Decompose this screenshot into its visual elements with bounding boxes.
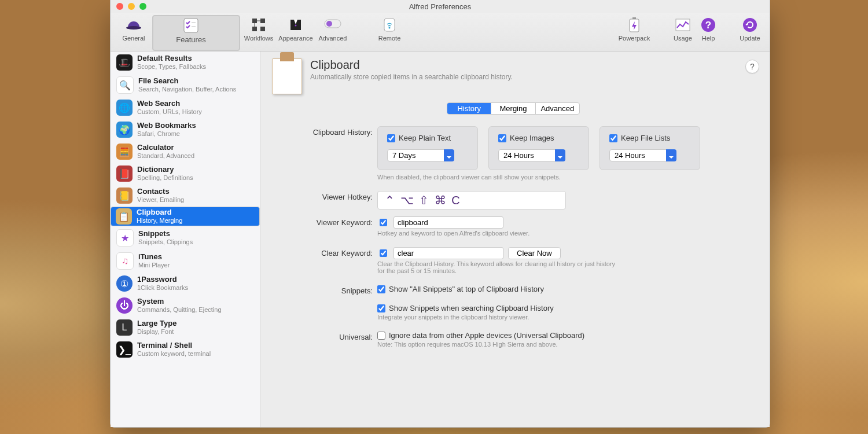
- terminal-icon: ❯_: [116, 341, 133, 358]
- sidebar-item-sub: 1Click Bookmarks: [137, 284, 188, 292]
- help-icon: ?: [700, 16, 717, 34]
- tab-history[interactable]: History: [447, 103, 491, 114]
- settings-form: Clipboard History: Keep Plain Text 7 Day…: [287, 126, 755, 355]
- sidebar-item-title: Contacts: [137, 187, 184, 196]
- label-viewer-hotkey: Viewer Hotkey:: [287, 191, 377, 201]
- sidebar-item-title: Clipboard: [137, 208, 182, 217]
- label-clear-keyword: Clear Keyword:: [287, 247, 377, 258]
- sidebar-item-large-type[interactable]: LLarge TypeDisplay, Font: [111, 317, 260, 339]
- svg-rect-16: [632, 17, 636, 19]
- page-subtitle: Automatically store copied items in a se…: [310, 73, 513, 81]
- hat-icon: 🎩: [116, 54, 133, 71]
- svg-point-14: [389, 27, 391, 29]
- svg-rect-17: [676, 19, 690, 31]
- viewer-hotkey-field[interactable]: ⌃ ⌥ ⇧ ⌘ C: [377, 191, 566, 209]
- svg-rect-4: [252, 19, 257, 23]
- snippets-hint: Integrate your snippets in the clipboard…: [377, 314, 755, 321]
- sidebar-item-sub: Viewer, Emailing: [137, 196, 184, 204]
- large-type-icon: L: [116, 319, 133, 336]
- toolbar-help[interactable]: ? Help: [697, 15, 720, 49]
- toolbar-remote[interactable]: Remote: [371, 15, 408, 49]
- file-lists-duration-select[interactable]: 24 Hours: [609, 149, 676, 161]
- viewer-keyword-enable-checkbox[interactable]: [380, 219, 387, 226]
- toolbar-general[interactable]: General: [115, 15, 152, 49]
- sidebar-item-system[interactable]: ⏻SystemCommands, Quitting, Ejecting: [111, 295, 260, 317]
- sidebar-item-snippets[interactable]: ★SnippetsSnippets, Clippings: [111, 226, 260, 249]
- plain-text-duration-select[interactable]: 7 Days: [387, 149, 454, 161]
- toolbar: General Features Workflows Appearance Ad…: [111, 13, 770, 52]
- help-button[interactable]: ?: [745, 60, 759, 73]
- sidebar-item-contacts[interactable]: 📒ContactsViewer, Emailing: [111, 185, 260, 207]
- toolbar-label: Features: [176, 35, 205, 44]
- sidebar-item-title: Dictionary: [137, 165, 193, 174]
- sidebar-item-sub: Display, Font: [137, 328, 176, 336]
- snippets-show-all-checkbox[interactable]: Show "All Snippets" at top of Clipboard …: [377, 285, 755, 293]
- sidebar-item-default-results[interactable]: 🎩Default ResultsScope, Types, Fallbacks: [111, 52, 260, 73]
- label-snippets: Snippets:: [287, 285, 377, 295]
- sidebar-item-web-bookmarks[interactable]: 🌍Web BookmarksSafari, Chrome: [111, 119, 260, 141]
- toolbar-label: Powerpack: [619, 35, 650, 42]
- sidebar-item-clipboard[interactable]: 📋ClipboardHistory, Merging: [111, 207, 260, 226]
- battery-icon: [626, 16, 643, 34]
- sidebar-item-title: iTunes: [138, 253, 170, 262]
- contacts-icon: 📒: [116, 187, 133, 204]
- viewer-keyword-hint: Hotkey and keyword to open Alfred's clip…: [377, 230, 755, 237]
- toolbar-label: Usage: [674, 35, 692, 42]
- panel-file-lists: Keep File Lists 24 Hours: [599, 126, 700, 170]
- toolbar-features[interactable]: Features: [152, 15, 240, 51]
- toolbar-advanced[interactable]: Advanced: [314, 15, 351, 49]
- toolbar-workflows[interactable]: Workflows: [240, 15, 277, 49]
- tab-advanced[interactable]: Advanced: [535, 103, 579, 114]
- sidebar-item-title: Large Type: [137, 319, 176, 328]
- toolbar-usage[interactable]: Usage: [669, 15, 697, 49]
- sidebar-item-title: Calculator: [137, 144, 194, 152]
- svg-rect-1: [184, 19, 198, 32]
- toolbar-powerpack[interactable]: Powerpack: [612, 15, 656, 49]
- snippets-show-search-checkbox[interactable]: Show Snippets when searching Clipboard H…: [377, 304, 755, 312]
- sidebar-item-terminal[interactable]: ❯_Terminal / ShellCustom keyword, termin…: [111, 339, 260, 361]
- universal-ignore-checkbox[interactable]: Ignore data from other Apple devices (Un…: [377, 331, 755, 340]
- workflow-icon: [250, 16, 267, 34]
- keep-images-checkbox[interactable]: Keep Images: [498, 134, 554, 142]
- toolbar-label: Advanced: [319, 35, 347, 42]
- sidebar-item-calculator[interactable]: 🧮CalculatorStandard, Advanced: [111, 141, 260, 163]
- clear-keyword-input[interactable]: [393, 247, 503, 259]
- sidebar-item-web-search[interactable]: 🌐Web SearchCustom, URLs, History: [111, 97, 260, 119]
- sidebar-item-1password[interactable]: ①1Password1Click Bookmarks: [111, 273, 260, 295]
- panel-images: Keep Images 24 Hours: [488, 126, 589, 170]
- hat-icon: [125, 16, 142, 34]
- clear-keyword-enable-checkbox[interactable]: [380, 249, 387, 257]
- sidebar-item-sub: History, Merging: [137, 217, 182, 225]
- titlebar: Alfred Preferences: [111, 0, 770, 13]
- toolbar-label: Appearance: [278, 35, 312, 42]
- svg-point-0: [126, 26, 141, 30]
- sidebar-item-title: Terminal / Shell: [137, 341, 211, 350]
- sidebar-item-dictionary[interactable]: 📕DictionarySpelling, Definitions: [111, 163, 260, 185]
- sidebar-item-sub: Custom, URLs, History: [137, 108, 202, 116]
- history-panels: Keep Plain Text 7 Days Keep Images 24 Ho…: [377, 126, 755, 170]
- tab-merging[interactable]: Merging: [491, 103, 535, 114]
- remote-icon: [381, 16, 398, 34]
- clear-keyword-hint: Clear the Clipboard History. This keywor…: [377, 260, 620, 274]
- toolbar-label: Update: [740, 35, 760, 42]
- sidebar-item-sub: Scope, Types, Fallbacks: [137, 63, 206, 71]
- keep-plain-text-checkbox[interactable]: Keep Plain Text: [387, 134, 451, 142]
- sidebar-item-title: Default Results: [137, 54, 206, 63]
- sidebar-item-itunes[interactable]: ♫iTunesMini Player: [111, 249, 260, 273]
- toolbar-label: Remote: [378, 35, 401, 42]
- power-icon: ⏻: [116, 297, 133, 314]
- keep-file-lists-checkbox[interactable]: Keep File Lists: [609, 134, 670, 142]
- toolbar-update[interactable]: Update: [735, 15, 765, 49]
- images-duration-select[interactable]: 24 Hours: [498, 149, 565, 161]
- sidebar-item-file-search[interactable]: 🔍File SearchSearch, Navigation, Buffer, …: [111, 73, 260, 97]
- svg-point-20: [743, 18, 757, 32]
- toolbar-appearance[interactable]: Appearance: [277, 15, 314, 49]
- viewer-keyword-input[interactable]: [393, 216, 503, 229]
- star-icon: ★: [116, 229, 134, 247]
- sidebar-item-title: Snippets: [138, 230, 193, 238]
- sidebar-item-title: 1Password: [137, 275, 188, 284]
- clear-now-button[interactable]: Clear Now: [508, 247, 561, 259]
- toolbar-label: Workflows: [244, 35, 274, 42]
- tuxedo-icon: [287, 16, 304, 34]
- sidebar-item-title: Web Bookmarks: [137, 122, 196, 130]
